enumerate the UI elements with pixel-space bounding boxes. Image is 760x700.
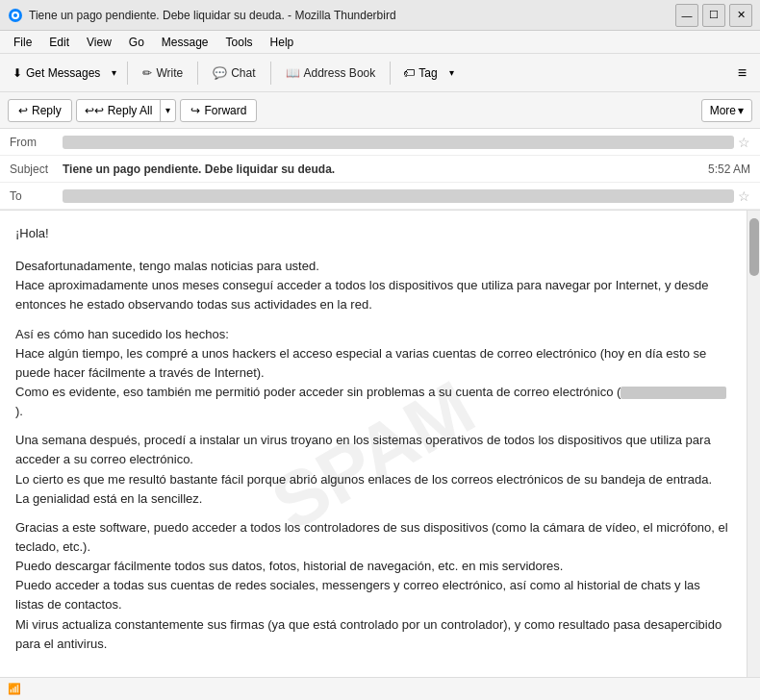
reply-icon: ↩ bbox=[18, 104, 28, 117]
app-logo bbox=[8, 8, 23, 23]
chat-icon: 💬 bbox=[213, 66, 227, 80]
email-para-3: Una semana después, procedí a instalar u… bbox=[15, 431, 731, 509]
menu-go[interactable]: Go bbox=[121, 34, 152, 51]
to-label: To bbox=[10, 189, 63, 203]
email-body-wrapper: SPAM ¡Hola! Desafortunadamente, tengo ma… bbox=[0, 211, 760, 700]
scrollbar-thumb[interactable] bbox=[749, 218, 759, 276]
email-action-bar: ↩ Reply ↩↩ Reply All ▾ ↪ Forward More ▾ bbox=[0, 92, 760, 129]
menu-bar: File Edit View Go Message Tools Help bbox=[0, 31, 760, 54]
subject-value: Tiene un pago pendiente. Debe liquidar s… bbox=[63, 162, 708, 176]
toolbar-separator-4 bbox=[390, 62, 391, 85]
forward-button[interactable]: ↪ Forward bbox=[180, 99, 257, 122]
reply-all-button[interactable]: ↩↩ Reply All bbox=[77, 100, 162, 121]
reply-all-icon: ↩↩ bbox=[85, 104, 104, 117]
forward-icon: ↪ bbox=[190, 104, 200, 117]
menu-message[interactable]: Message bbox=[154, 34, 216, 51]
title-bar: Tiene un pago pendiente. Debe liquidar s… bbox=[0, 0, 760, 31]
status-bar: 📶 bbox=[0, 677, 760, 700]
from-star-icon[interactable]: ☆ bbox=[738, 135, 750, 150]
get-messages-button[interactable]: ⬇ Get Messages bbox=[6, 62, 107, 85]
tag-icon: 🏷 bbox=[403, 66, 415, 80]
toolbar-separator-1 bbox=[127, 62, 128, 85]
to-row: To ☆ bbox=[0, 183, 760, 210]
address-book-icon: 📖 bbox=[286, 66, 300, 80]
maximize-button[interactable]: ☐ bbox=[702, 4, 725, 27]
email-para-4: Gracias a este software, puedo acceder a… bbox=[15, 518, 731, 654]
tag-arrow[interactable]: ▾ bbox=[444, 62, 459, 83]
reply-button[interactable]: ↩ Reply bbox=[8, 99, 72, 122]
email-header: From ☆ Subject Tiene un pago pendiente. … bbox=[0, 129, 760, 211]
to-star-icon[interactable]: ☆ bbox=[738, 188, 750, 204]
from-row: From ☆ bbox=[0, 129, 760, 156]
email-body[interactable]: SPAM ¡Hola! Desafortunadamente, tengo ma… bbox=[0, 211, 747, 700]
status-icon: 📶 bbox=[8, 683, 21, 695]
get-messages-arrow[interactable]: ▾ bbox=[107, 62, 121, 83]
write-icon: ✏ bbox=[142, 66, 152, 80]
chat-button[interactable]: 💬 Chat bbox=[204, 62, 264, 85]
from-label: From bbox=[10, 136, 63, 149]
address-book-button[interactable]: 📖 Address Book bbox=[277, 62, 385, 85]
more-dropdown-icon: ▾ bbox=[738, 104, 744, 117]
to-value bbox=[63, 189, 734, 203]
email-greeting: ¡Hola! bbox=[15, 224, 731, 243]
menu-tools[interactable]: Tools bbox=[218, 34, 261, 51]
menu-file[interactable]: File bbox=[6, 34, 39, 51]
reply-all-split[interactable]: ↩↩ Reply All ▾ bbox=[76, 99, 177, 122]
menu-view[interactable]: View bbox=[79, 34, 119, 51]
scrollbar-track[interactable] bbox=[747, 211, 760, 700]
tag-button[interactable]: 🏷 Tag bbox=[396, 62, 443, 85]
hamburger-menu-button[interactable]: ≡ bbox=[730, 61, 754, 86]
minimize-button[interactable]: — bbox=[675, 4, 698, 27]
menu-edit[interactable]: Edit bbox=[41, 34, 77, 51]
window-controls: — ☐ ✕ bbox=[675, 4, 752, 27]
reply-all-dropdown-arrow[interactable]: ▾ bbox=[161, 100, 175, 121]
menu-help[interactable]: Help bbox=[263, 34, 302, 51]
more-button[interactable]: More ▾ bbox=[701, 99, 752, 122]
email-para-1: Desafortunadamente, tengo malas noticias… bbox=[15, 257, 731, 314]
get-messages-label: Get Messages bbox=[26, 66, 100, 80]
email-para-2: Así es cómo han sucedido los hechos: Hac… bbox=[15, 325, 731, 422]
email-redacted-address bbox=[621, 387, 726, 399]
from-value bbox=[63, 136, 734, 149]
subject-label: Subject bbox=[10, 162, 63, 176]
svg-point-2 bbox=[13, 13, 17, 17]
tag-dropdown[interactable]: 🏷 Tag ▾ bbox=[396, 62, 458, 85]
toolbar: ⬇ Get Messages ▾ ✏ Write 💬 Chat 📖 Addres… bbox=[0, 54, 760, 92]
title-bar-left: Tiene un pago pendiente. Debe liquidar s… bbox=[8, 8, 396, 23]
email-time: 5:52 AM bbox=[708, 162, 750, 176]
get-messages-dropdown[interactable]: ⬇ Get Messages ▾ bbox=[6, 62, 121, 85]
close-button[interactable]: ✕ bbox=[729, 4, 752, 27]
subject-row: Subject Tiene un pago pendiente. Debe li… bbox=[0, 156, 760, 183]
write-button[interactable]: ✏ Write bbox=[134, 62, 191, 85]
email-body-content: ¡Hola! Desafortunadamente, tengo malas n… bbox=[15, 224, 731, 654]
toolbar-separator-3 bbox=[270, 62, 271, 85]
toolbar-separator-2 bbox=[197, 62, 198, 85]
get-messages-icon: ⬇ bbox=[13, 66, 22, 80]
window-title: Tiene un pago pendiente. Debe liquidar s… bbox=[29, 9, 396, 22]
